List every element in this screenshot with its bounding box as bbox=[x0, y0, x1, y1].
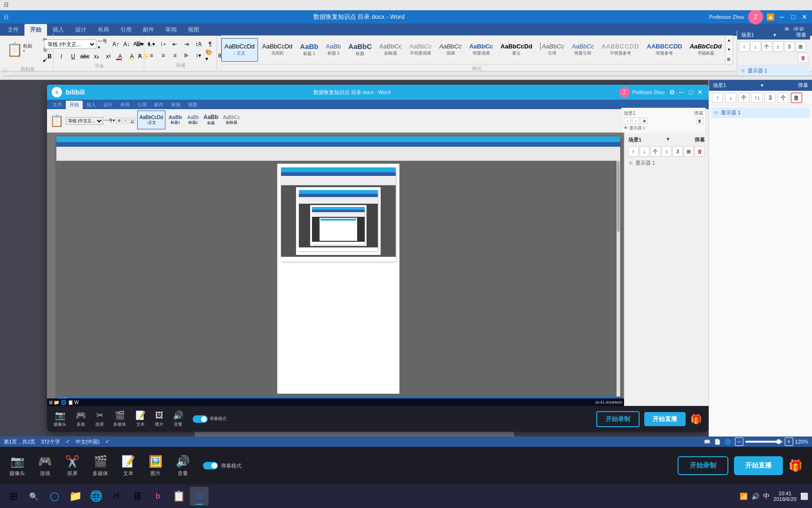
bili-tab-design[interactable]: 设计 bbox=[100, 101, 117, 109]
bili-sidebar-delete[interactable]: 🗑 bbox=[695, 146, 705, 157]
bili-nav-delete[interactable]: 🗑 bbox=[696, 118, 703, 124]
font-size-select[interactable]: 一号 ▾ bbox=[98, 38, 109, 50]
underline-btn[interactable]: U bbox=[68, 52, 78, 61]
bili-style-h1[interactable]: AaBb 标题1 bbox=[166, 111, 185, 129]
delete-scene-btn[interactable]: 🗑 bbox=[798, 53, 808, 63]
bili-maximize-btn[interactable]: □ bbox=[687, 88, 695, 96]
bili-tab-mail[interactable]: 邮件 bbox=[150, 101, 167, 109]
main-tool-camera[interactable]: 📷 摄像头 bbox=[9, 455, 25, 477]
zoom-out-btn[interactable]: ─ bbox=[735, 437, 743, 446]
align-center-btn[interactable]: ≡ bbox=[146, 51, 156, 60]
taskbar-vm[interactable]: 🖥 bbox=[128, 487, 147, 506]
bili-minimize-btn[interactable]: ─ bbox=[678, 88, 685, 96]
columns-btn[interactable]: ⫸ bbox=[181, 51, 192, 60]
taskbar-unknown1[interactable]: 📋 bbox=[169, 487, 188, 506]
nav-grid-btn[interactable]: ⊞ bbox=[796, 41, 806, 52]
bili-record-btn[interactable]: 开始录制 bbox=[596, 411, 640, 427]
view-print-icon[interactable]: 📄 bbox=[714, 439, 721, 445]
bili-sidebar-up[interactable]: ↑ bbox=[628, 146, 639, 157]
main-tool-image[interactable]: 🖼️ 图片 bbox=[148, 455, 163, 477]
subscript-btn[interactable]: x₂ bbox=[91, 52, 102, 61]
taskbar-bili[interactable]: b bbox=[148, 487, 167, 506]
bili-live-btn[interactable]: 开始直播 bbox=[644, 412, 686, 426]
taskbar-start[interactable]: ⊞ bbox=[4, 487, 23, 506]
main-tool-volume[interactable]: 🔊 音量 bbox=[176, 455, 190, 477]
main-tool-screen[interactable]: ✂️ 抓屏 bbox=[65, 455, 79, 477]
italic-btn[interactable]: I bbox=[56, 52, 66, 61]
panel-up-btn[interactable]: ↑ bbox=[712, 93, 723, 103]
ribbon-toggle-btn[interactable]: 🔼 bbox=[767, 13, 774, 21]
style-normal[interactable]: AaBbCcDd ↓ 正文 bbox=[221, 38, 258, 62]
panel-single-btn[interactable]: 个 bbox=[738, 93, 750, 103]
style-subtle-ref[interactable]: AaBbCcDd 不明显参考 bbox=[598, 38, 642, 62]
line-spacing-btn[interactable]: ↕▾ bbox=[193, 51, 203, 60]
bili-tab-references[interactable]: 引用 bbox=[133, 101, 150, 109]
tray-action-center-icon[interactable]: ⬜ bbox=[800, 492, 808, 500]
bili-font-select[interactable]: 等线 (中文正... bbox=[66, 117, 103, 125]
bili-tool-danmaku-toggle[interactable]: 弹幕模式 bbox=[193, 415, 226, 423]
bili-nav-grid[interactable]: ⊞ bbox=[640, 118, 648, 124]
bili-style-h2[interactable]: AaBb 标题2 bbox=[186, 111, 201, 129]
bili-sidebar-grid[interactable]: ⊞ bbox=[684, 146, 694, 157]
taskbar-word[interactable]: W bbox=[190, 487, 209, 506]
panel-dropdown-btn[interactable]: ▾ bbox=[761, 82, 764, 88]
tray-network-icon[interactable]: 📶 bbox=[740, 492, 748, 500]
tray-input-icon[interactable]: 中 bbox=[763, 492, 770, 500]
taskbar-explorer[interactable]: 📁 bbox=[66, 487, 85, 506]
nav-updown-btn[interactable]: ↕ bbox=[773, 41, 783, 52]
style-emphasis[interactable]: AaBbCc 强调 bbox=[436, 38, 465, 62]
superscript-btn[interactable]: x² bbox=[103, 52, 113, 61]
main-tool-text[interactable]: 📝 文本 bbox=[121, 455, 135, 477]
style-h2[interactable]: AaBb 标题 2 bbox=[323, 38, 344, 62]
bili-close-btn[interactable]: ✕ bbox=[696, 88, 704, 96]
main-tool-media[interactable]: 🎬 多媒体 bbox=[93, 455, 108, 477]
tab-view[interactable]: 视图 bbox=[182, 24, 205, 36]
bili-tool-screen[interactable]: ✂ 抓屏 bbox=[95, 410, 104, 428]
bili-tab-layout[interactable]: 布局 bbox=[117, 101, 133, 109]
bili-tool-media[interactable]: 🎬 多媒体 bbox=[113, 410, 126, 428]
bili-tab-insert[interactable]: 插入 bbox=[83, 101, 100, 109]
tab-mail[interactable]: 邮件 bbox=[137, 24, 160, 36]
tab-layout[interactable]: 布局 bbox=[92, 24, 115, 36]
bili-style-sub[interactable]: AaBbCc 副标题 bbox=[221, 111, 242, 129]
bili-italic-btn[interactable]: I bbox=[123, 118, 128, 124]
style-expand-btn[interactable]: ⊞ bbox=[726, 55, 733, 64]
view-web-icon[interactable]: 🌐 bbox=[725, 439, 731, 445]
panel-updown-btn[interactable]: ↑↓ bbox=[751, 93, 763, 103]
main-gift-btn[interactable]: 🎁 bbox=[789, 459, 803, 472]
nav-up-btn[interactable]: ↑ bbox=[739, 41, 750, 52]
paste-btn[interactable]: 📋 粘贴 ▾ bbox=[5, 42, 39, 57]
bili-sidebar-updown[interactable]: ↕ bbox=[662, 146, 672, 157]
taskbar-cortana[interactable]: ◯ bbox=[45, 487, 64, 506]
bold-btn[interactable]: B bbox=[44, 52, 55, 61]
bili-tool-volume[interactable]: 🔊 音量 bbox=[173, 410, 183, 428]
bili-sidebar-single[interactable]: 个 bbox=[650, 146, 661, 157]
main-danmaku-toggle[interactable] bbox=[203, 462, 218, 469]
bili-tool-text[interactable]: 📝 文本 bbox=[135, 410, 146, 428]
bili-style-title[interactable]: AaBb 标题 bbox=[202, 111, 220, 129]
style-subtitle[interactable]: AaBbCc 副标题 bbox=[376, 38, 405, 62]
highlight-btn[interactable]: A bbox=[126, 52, 137, 61]
font-grow-btn[interactable]: A↑ bbox=[111, 40, 120, 49]
bili-tab-file[interactable]: 文件 bbox=[49, 101, 66, 109]
style-book-title[interactable]: AaBbCcDd 书籍标题 bbox=[687, 38, 725, 62]
font-color-btn[interactable]: A bbox=[115, 52, 125, 61]
style-intense-quote[interactable]: AaBbCc 明显引用 bbox=[569, 38, 598, 62]
style-scroll-down-btn[interactable]: ▼ bbox=[726, 45, 733, 55]
main-tool-danmaku[interactable]: 弹幕模式 bbox=[203, 462, 242, 469]
bili-tab-view[interactable]: 视图 bbox=[184, 101, 201, 109]
nav-single-btn[interactable]: 个 bbox=[762, 41, 772, 52]
sort-btn[interactable]: ↕A bbox=[193, 40, 203, 49]
bullets-btn[interactable]: ☰▾ bbox=[134, 40, 145, 49]
bili-style-normal[interactable]: AaBbCcDd ↓正文 bbox=[137, 111, 165, 129]
font-shrink-btn[interactable]: A↓ bbox=[122, 40, 131, 49]
numbering-btn[interactable]: 1.▾ bbox=[146, 40, 156, 49]
taskbar-browser[interactable]: 🌐 bbox=[86, 487, 105, 506]
bili-sidebar-down[interactable]: ↓ bbox=[640, 146, 650, 157]
zoom-in-btn[interactable]: + bbox=[785, 437, 793, 446]
bili-font-size[interactable]: 一号▾ bbox=[104, 118, 115, 124]
style-subtle-em[interactable]: AaBbCc 不明显强调 bbox=[406, 38, 435, 62]
bili-tab-home[interactable]: 开始 bbox=[66, 101, 83, 109]
style-h1[interactable]: AaBb 标题 1 bbox=[297, 38, 321, 62]
taskbar-clock[interactable]: 10:41 2018/6/20 bbox=[773, 491, 796, 502]
